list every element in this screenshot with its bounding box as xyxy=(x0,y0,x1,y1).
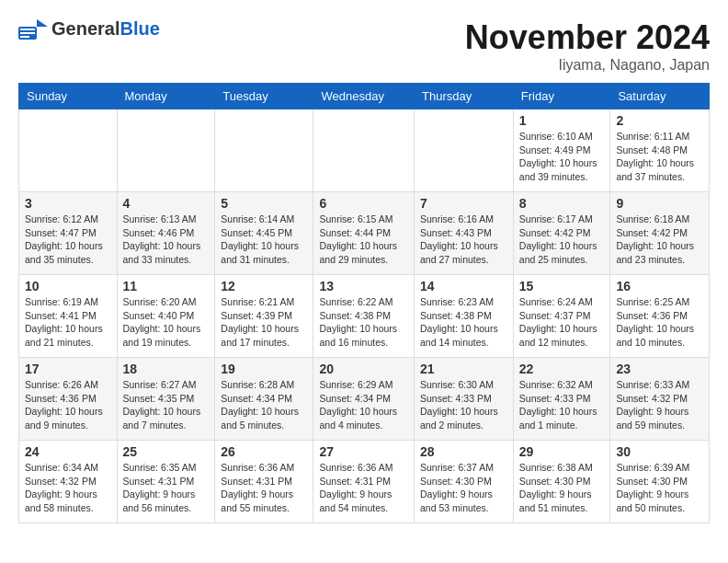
cell-info: Sunrise: 6:35 AM Sunset: 4:31 PM Dayligh… xyxy=(123,461,210,515)
day-number: 2 xyxy=(616,113,703,128)
calendar-cell-w1-d4: 7Sunrise: 6:16 AM Sunset: 4:43 PM Daylig… xyxy=(415,192,514,275)
cell-info: Sunrise: 6:12 AM Sunset: 4:47 PM Dayligh… xyxy=(25,213,111,267)
day-number: 11 xyxy=(123,279,210,293)
cell-info: Sunrise: 6:17 AM Sunset: 4:42 PM Dayligh… xyxy=(519,213,605,267)
cell-info: Sunrise: 6:38 AM Sunset: 4:30 PM Dayligh… xyxy=(519,461,605,515)
cell-info: Sunrise: 6:22 AM Sunset: 4:38 PM Dayligh… xyxy=(319,295,408,350)
cell-info: Sunrise: 6:20 AM Sunset: 4:40 PM Dayligh… xyxy=(123,295,210,350)
day-number: 28 xyxy=(420,444,507,459)
calendar-cell-w2-d3: 13Sunrise: 6:22 AM Sunset: 4:38 PM Dayli… xyxy=(313,275,415,358)
calendar-cell-w4-d6: 30Sunrise: 6:39 AM Sunset: 4:30 PM Dayli… xyxy=(610,441,710,523)
header-thursday: Thursday xyxy=(415,84,514,109)
calendar-cell-w2-d2: 12Sunrise: 6:21 AM Sunset: 4:39 PM Dayli… xyxy=(215,275,313,358)
day-number: 26 xyxy=(221,444,307,459)
header-wednesday: Wednesday xyxy=(313,84,415,109)
day-number: 15 xyxy=(519,279,605,293)
day-number: 23 xyxy=(616,362,703,376)
day-number: 6 xyxy=(319,196,408,211)
calendar-cell-w1-d6: 9Sunrise: 6:18 AM Sunset: 4:42 PM Daylig… xyxy=(610,192,710,275)
calendar-cell-w4-d1: 25Sunrise: 6:35 AM Sunset: 4:31 PM Dayli… xyxy=(117,441,215,523)
day-number: 14 xyxy=(420,279,507,293)
cell-info: Sunrise: 6:39 AM Sunset: 4:30 PM Dayligh… xyxy=(616,461,703,515)
calendar-cell-w2-d1: 11Sunrise: 6:20 AM Sunset: 4:40 PM Dayli… xyxy=(117,275,215,358)
logo: GeneralBlue xyxy=(18,18,160,40)
cell-info: Sunrise: 6:16 AM Sunset: 4:43 PM Dayligh… xyxy=(420,213,507,267)
svg-rect-3 xyxy=(20,32,35,34)
day-number: 13 xyxy=(319,279,408,293)
svg-marker-1 xyxy=(37,19,48,27)
calendar-cell-w1-d2: 5Sunrise: 6:14 AM Sunset: 4:45 PM Daylig… xyxy=(215,192,313,275)
calendar-cell-w1-d1: 4Sunrise: 6:13 AM Sunset: 4:46 PM Daylig… xyxy=(117,192,215,275)
cell-info: Sunrise: 6:29 AM Sunset: 4:34 PM Dayligh… xyxy=(319,378,408,432)
cell-info: Sunrise: 6:25 AM Sunset: 4:36 PM Dayligh… xyxy=(616,295,703,350)
cell-info: Sunrise: 6:15 AM Sunset: 4:44 PM Dayligh… xyxy=(319,213,408,267)
calendar-cell-w2-d0: 10Sunrise: 6:19 AM Sunset: 4:41 PM Dayli… xyxy=(19,275,118,358)
calendar-cell-w3-d1: 18Sunrise: 6:27 AM Sunset: 4:35 PM Dayli… xyxy=(117,358,215,441)
calendar-cell-w4-d0: 24Sunrise: 6:34 AM Sunset: 4:32 PM Dayli… xyxy=(19,441,118,523)
day-number: 4 xyxy=(123,196,210,211)
calendar-cell-w4-d5: 29Sunrise: 6:38 AM Sunset: 4:30 PM Dayli… xyxy=(513,441,610,523)
day-number: 25 xyxy=(123,444,210,459)
calendar-cell-w0-d0 xyxy=(19,109,118,192)
header-friday: Friday xyxy=(513,84,610,109)
cell-info: Sunrise: 6:19 AM Sunset: 4:41 PM Dayligh… xyxy=(25,295,111,350)
calendar-cell-w2-d4: 14Sunrise: 6:23 AM Sunset: 4:38 PM Dayli… xyxy=(415,275,514,358)
header-monday: Monday xyxy=(117,84,215,109)
cell-info: Sunrise: 6:18 AM Sunset: 4:42 PM Dayligh… xyxy=(616,213,703,267)
cell-info: Sunrise: 6:13 AM Sunset: 4:46 PM Dayligh… xyxy=(123,213,210,267)
day-number: 7 xyxy=(420,196,507,211)
logo-text: GeneralBlue xyxy=(51,18,160,40)
day-number: 22 xyxy=(519,362,605,376)
calendar-cell-w0-d3 xyxy=(313,109,415,192)
header-sunday: Sunday xyxy=(19,84,118,109)
cell-info: Sunrise: 6:36 AM Sunset: 4:31 PM Dayligh… xyxy=(221,461,307,515)
svg-rect-4 xyxy=(20,36,29,38)
day-number: 27 xyxy=(319,444,408,459)
calendar-cell-w0-d4 xyxy=(415,109,514,192)
cell-info: Sunrise: 6:14 AM Sunset: 4:45 PM Dayligh… xyxy=(221,213,307,267)
day-number: 24 xyxy=(25,444,111,459)
cell-info: Sunrise: 6:11 AM Sunset: 4:48 PM Dayligh… xyxy=(616,130,703,184)
calendar-cell-w0-d5: 1Sunrise: 6:10 AM Sunset: 4:49 PM Daylig… xyxy=(513,109,610,192)
week-row-2: 10Sunrise: 6:19 AM Sunset: 4:41 PM Dayli… xyxy=(19,275,710,358)
cell-info: Sunrise: 6:32 AM Sunset: 4:33 PM Dayligh… xyxy=(519,378,605,432)
cell-info: Sunrise: 6:26 AM Sunset: 4:36 PM Dayligh… xyxy=(25,378,111,432)
week-row-0: 1Sunrise: 6:10 AM Sunset: 4:49 PM Daylig… xyxy=(19,109,710,192)
svg-rect-2 xyxy=(20,29,35,30)
day-number: 29 xyxy=(519,444,605,459)
calendar-cell-w4-d3: 27Sunrise: 6:36 AM Sunset: 4:31 PM Dayli… xyxy=(313,441,415,523)
calendar-cell-w1-d0: 3Sunrise: 6:12 AM Sunset: 4:47 PM Daylig… xyxy=(19,192,118,275)
calendar-cell-w3-d2: 19Sunrise: 6:28 AM Sunset: 4:34 PM Dayli… xyxy=(215,358,313,441)
calendar-subtitle: Iiyama, Nagano, Japan xyxy=(465,57,710,74)
week-row-3: 17Sunrise: 6:26 AM Sunset: 4:36 PM Dayli… xyxy=(19,358,710,441)
week-row-4: 24Sunrise: 6:34 AM Sunset: 4:32 PM Dayli… xyxy=(19,441,710,523)
day-number: 30 xyxy=(616,444,703,459)
cell-info: Sunrise: 6:28 AM Sunset: 4:34 PM Dayligh… xyxy=(221,378,307,432)
header-row: Sunday Monday Tuesday Wednesday Thursday… xyxy=(19,84,710,109)
calendar-cell-w0-d2 xyxy=(215,109,313,192)
calendar-cell-w3-d5: 22Sunrise: 6:32 AM Sunset: 4:33 PM Dayli… xyxy=(513,358,610,441)
calendar-cell-w2-d5: 15Sunrise: 6:24 AM Sunset: 4:37 PM Dayli… xyxy=(513,275,610,358)
week-row-1: 3Sunrise: 6:12 AM Sunset: 4:47 PM Daylig… xyxy=(19,192,710,275)
cell-info: Sunrise: 6:36 AM Sunset: 4:31 PM Dayligh… xyxy=(319,461,408,515)
day-number: 21 xyxy=(420,362,507,376)
day-number: 20 xyxy=(319,362,408,376)
day-number: 9 xyxy=(616,196,703,211)
calendar-cell-w1-d3: 6Sunrise: 6:15 AM Sunset: 4:44 PM Daylig… xyxy=(313,192,415,275)
calendar-cell-w3-d0: 17Sunrise: 6:26 AM Sunset: 4:36 PM Dayli… xyxy=(19,358,118,441)
day-number: 16 xyxy=(616,279,703,293)
day-number: 1 xyxy=(519,113,605,128)
calendar-cell-w3-d6: 23Sunrise: 6:33 AM Sunset: 4:32 PM Dayli… xyxy=(610,358,710,441)
cell-info: Sunrise: 6:23 AM Sunset: 4:38 PM Dayligh… xyxy=(420,295,507,350)
calendar-header: Sunday Monday Tuesday Wednesday Thursday… xyxy=(19,84,710,109)
calendar-cell-w0-d1 xyxy=(117,109,215,192)
calendar-cell-w3-d4: 21Sunrise: 6:30 AM Sunset: 4:33 PM Dayli… xyxy=(415,358,514,441)
calendar-cell-w4-d2: 26Sunrise: 6:36 AM Sunset: 4:31 PM Dayli… xyxy=(215,441,313,523)
day-number: 10 xyxy=(25,279,111,293)
cell-info: Sunrise: 6:33 AM Sunset: 4:32 PM Dayligh… xyxy=(616,378,703,432)
calendar-cell-w4-d4: 28Sunrise: 6:37 AM Sunset: 4:30 PM Dayli… xyxy=(415,441,514,523)
calendar-table: Sunday Monday Tuesday Wednesday Thursday… xyxy=(18,83,710,523)
cell-info: Sunrise: 6:21 AM Sunset: 4:39 PM Dayligh… xyxy=(221,295,307,350)
cell-info: Sunrise: 6:30 AM Sunset: 4:33 PM Dayligh… xyxy=(420,378,507,432)
title-area: November 2024 Iiyama, Nagano, Japan xyxy=(465,18,710,74)
